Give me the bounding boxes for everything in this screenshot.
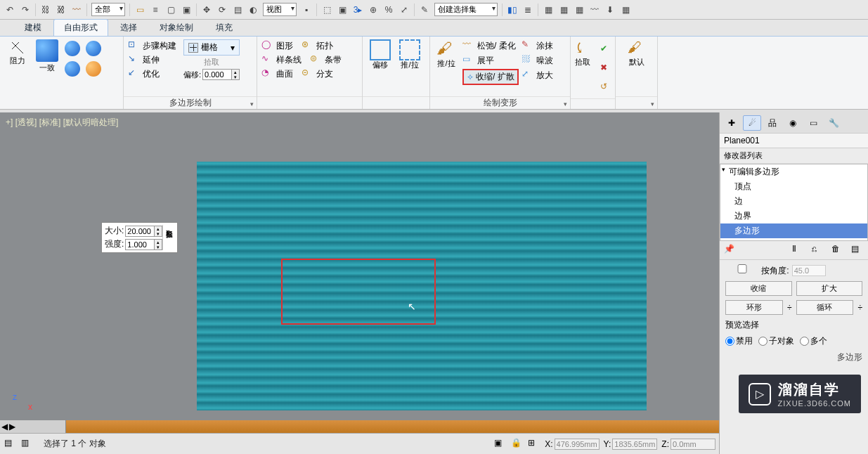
- expand-button[interactable]: 扩大: [796, 281, 863, 296]
- configure-icon[interactable]: ▤: [851, 244, 864, 257]
- shrink-button[interactable]: 收缩: [725, 281, 792, 296]
- stack-border[interactable]: 边界: [720, 209, 867, 223]
- radio-multi[interactable]: 多个: [800, 335, 827, 347]
- shrink-expand-button[interactable]: ✧收缩/ 扩散: [462, 69, 519, 85]
- coord-y-input[interactable]: [612, 439, 657, 450]
- snap3-icon[interactable]: 3▸: [351, 3, 365, 17]
- unlink-icon[interactable]: ⛓̸: [54, 3, 68, 17]
- redo-icon[interactable]: ↷: [18, 3, 32, 17]
- link-icon[interactable]: ⛓: [39, 3, 53, 17]
- modifier-stack[interactable]: 可编辑多边形 顶点 边 边界 多边形 元素: [720, 164, 868, 241]
- zoom-button[interactable]: ⤢放大: [522, 69, 553, 82]
- relax-button[interactable]: 〰松弛/ 柔化: [462, 39, 519, 52]
- select-region-icon[interactable]: ▢: [164, 3, 178, 17]
- snap-angle-icon[interactable]: ⊕: [366, 3, 380, 17]
- undo-icon[interactable]: ↶: [3, 3, 17, 17]
- angle-snap-icon[interactable]: ▣: [335, 3, 349, 17]
- select-name-icon[interactable]: ≡: [148, 3, 162, 17]
- pushpull-brush-button[interactable]: 🖌 推/拉: [434, 39, 458, 67]
- coord-z-input[interactable]: [671, 439, 715, 450]
- default-button[interactable]: 🖌 默认: [623, 39, 650, 66]
- shift-button[interactable]: 偏移: [367, 39, 394, 69]
- angle-input[interactable]: [792, 265, 826, 276]
- globe1-icon[interactable]: [63, 39, 82, 58]
- tab-modeling[interactable]: 建模: [14, 19, 52, 36]
- surface-button[interactable]: ◔曲面: [261, 67, 293, 80]
- optimize-button[interactable]: ↙优化: [128, 67, 176, 80]
- consistent-button[interactable]: 一致: [34, 39, 60, 72]
- extend-button[interactable]: ↘延伸: [128, 53, 176, 66]
- tab-freeform[interactable]: 自由形式: [53, 19, 108, 36]
- make-unique-icon[interactable]: ⎌: [812, 244, 824, 257]
- named-sel-icon[interactable]: ✎: [417, 3, 432, 17]
- strip-button[interactable]: ⊜条带: [310, 53, 342, 66]
- snap-pct-icon[interactable]: %: [382, 3, 396, 17]
- rotate-icon[interactable]: ⟳: [215, 3, 229, 17]
- select-window-icon[interactable]: ▣: [179, 3, 193, 17]
- object-name[interactable]: Plane001: [720, 134, 868, 148]
- placement-icon[interactable]: ◐: [246, 3, 260, 17]
- schematic-icon[interactable]: 〰: [588, 3, 602, 17]
- refcoord-dropdown[interactable]: 视图: [263, 3, 297, 16]
- radio-subobj[interactable]: 子对象: [758, 335, 794, 347]
- tab-objectpaint[interactable]: 对象绘制: [149, 19, 204, 36]
- abs-icon[interactable]: ⊞: [528, 438, 540, 450]
- stack-edge[interactable]: 边: [720, 194, 867, 209]
- shape-button[interactable]: ◯图形: [261, 39, 293, 52]
- scale-icon[interactable]: ▤: [231, 3, 245, 17]
- revert-icon[interactable]: ↺: [595, 77, 613, 96]
- tab-create-icon[interactable]: ✚: [723, 115, 741, 131]
- track-prev-icon[interactable]: ◀: [1, 422, 8, 432]
- offset-spinner[interactable]: ▴▾: [202, 69, 240, 80]
- material-icon[interactable]: ⬇: [603, 3, 617, 17]
- graph-icon[interactable]: ▦: [557, 3, 571, 17]
- lock-icon[interactable]: 🔒: [511, 438, 524, 450]
- globe4-icon[interactable]: [84, 60, 103, 78]
- snap-spin-icon[interactable]: ⤢: [397, 3, 411, 17]
- size-spinner[interactable]: ▴▾: [125, 226, 162, 237]
- stepbuild-button[interactable]: ⊡步骤构建: [128, 39, 176, 52]
- globe2-icon[interactable]: [84, 39, 103, 58]
- render-icon[interactable]: ▦: [618, 3, 633, 17]
- tab-utilities-icon[interactable]: 🔧: [824, 115, 843, 131]
- named-sel-dropdown[interactable]: 创建选择集: [434, 3, 498, 16]
- spline-button[interactable]: ∿样条线: [261, 53, 302, 66]
- stack-editable-poly[interactable]: 可编辑多边形: [720, 164, 867, 179]
- branch-button[interactable]: ⊝分支: [302, 67, 333, 80]
- ring-button[interactable]: 环形: [725, 300, 783, 315]
- script-icon[interactable]: ▤: [4, 438, 17, 450]
- track-next-icon[interactable]: ▶: [9, 422, 15, 432]
- byangle-checkbox[interactable]: 按角度:: [725, 264, 789, 277]
- plane-object[interactable]: ↖: [197, 162, 647, 410]
- pin-stack-icon[interactable]: 📌: [724, 244, 737, 257]
- stack-vertex[interactable]: 顶点: [720, 179, 867, 194]
- layer-icon[interactable]: ▦: [541, 3, 555, 17]
- loop-button[interactable]: 循环: [796, 300, 854, 315]
- show-end-icon[interactable]: Ⅱ: [792, 244, 805, 257]
- tab-display-icon[interactable]: ▭: [804, 115, 822, 131]
- curve-icon[interactable]: ▦: [572, 3, 586, 17]
- viewport-label[interactable]: +] [透视] [标准] [默认明暗处理]: [6, 117, 118, 129]
- brush-float-panel[interactable]: 大小: ▴▾ 强度: ▴▾ 投影拾取: [101, 222, 178, 253]
- tab-modify-icon[interactable]: ☄: [743, 115, 761, 131]
- resist-button[interactable]: 阻力: [4, 39, 31, 65]
- modifier-list-label[interactable]: 修改器列表: [720, 148, 868, 164]
- pick-button[interactable]: ⤹ 拾取: [574, 39, 592, 66]
- snap-toggle-icon[interactable]: ⬚: [320, 3, 334, 17]
- flatten-button[interactable]: ▭展平: [462, 54, 519, 67]
- viewport[interactable]: +] [透视] [标准] [默认明暗处理] ↖ z x: [0, 112, 719, 420]
- globe3-icon[interactable]: [63, 60, 82, 78]
- pushpull-button[interactable]: 推/拉: [396, 39, 423, 69]
- commit-icon[interactable]: ✔: [595, 39, 613, 58]
- time-track[interactable]: ◀ ▶: [0, 420, 719, 433]
- filter-dropdown[interactable]: 全部: [91, 3, 125, 16]
- tab-select[interactable]: 选择: [110, 19, 148, 36]
- remove-mod-icon[interactable]: 🗑: [831, 244, 844, 257]
- align-icon[interactable]: ≣: [521, 3, 535, 17]
- lock-sel-icon[interactable]: ▣: [494, 438, 507, 450]
- stack-polygon[interactable]: 多边形: [720, 223, 867, 238]
- bind-icon[interactable]: 〰: [70, 3, 84, 17]
- select-icon[interactable]: ▭: [133, 3, 147, 17]
- radio-disable[interactable]: 禁用: [725, 335, 753, 347]
- mirror-icon[interactable]: ▮▯: [505, 3, 519, 17]
